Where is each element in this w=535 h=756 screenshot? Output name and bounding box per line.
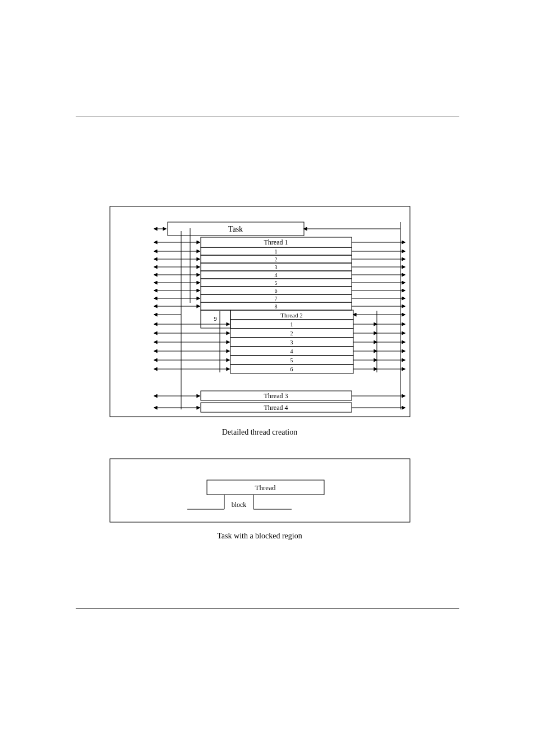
svg-rect-100 [201,403,352,412]
svg-text:2: 2 [290,330,293,336]
svg-text:3: 3 [290,339,293,345]
thread4-label: Thread 4 [264,404,288,412]
figure-thread-creation: Task Thread 1 [110,206,410,436]
svg-text:1: 1 [275,248,278,255]
svg-rect-78 [230,347,353,356]
thread1-title-row: Thread 1 [154,237,405,247]
svg-rect-54 [230,310,353,320]
figure2-caption: Task with a blocked region [217,532,302,540]
svg-rect-96 [201,391,352,400]
svg-rect-39 [201,287,352,294]
svg-text:7: 7 [275,296,278,302]
svg-rect-55 [201,310,230,328]
svg-text:8: 8 [275,303,278,310]
svg-rect-60 [230,320,353,329]
svg-text:2: 2 [275,256,278,262]
figure1-caption: Detailed thread creation [222,428,297,436]
thread2-label: Thread 2 [280,312,302,319]
svg-rect-19 [201,255,352,263]
svg-rect-72 [230,338,353,347]
svg-text:9: 9 [214,316,217,322]
thread3-label: Thread 3 [264,392,288,400]
figure-blocked-region: Thread block Task with a blocked region [110,459,410,540]
svg-rect-84 [230,356,353,365]
svg-text:6: 6 [275,288,278,294]
block-label: block [232,501,247,509]
svg-text:4: 4 [290,348,293,354]
thread1-label: Thread 1 [264,238,288,246]
svg-rect-14 [201,247,352,255]
figures-svg: Task Thread 1 [0,0,535,756]
svg-rect-34 [201,279,352,287]
svg-rect-66 [230,329,353,338]
thread4-row: Thread 4 [154,403,405,412]
thread-label: Thread [255,483,276,492]
svg-text:3: 3 [275,264,278,270]
thread3-row: Thread 3 [154,391,405,400]
svg-rect-24 [201,263,352,271]
svg-rect-9 [201,237,352,247]
page: Task Thread 1 [0,0,535,756]
svg-text:5: 5 [290,357,293,363]
svg-rect-90 [230,365,353,374]
svg-text:5: 5 [275,280,278,286]
svg-rect-29 [201,271,352,279]
task-label: Task [228,225,243,233]
thread2-sub-rows: 1 2 3 4 [154,320,405,374]
footer-rule [76,609,459,609]
svg-rect-0 [110,206,410,417]
svg-text:4: 4 [275,272,278,278]
task-row: Task [154,222,400,236]
header-rule [76,117,459,117]
svg-rect-105 [207,480,324,495]
svg-rect-49 [201,302,352,310]
svg-rect-6 [168,222,304,236]
svg-rect-104 [110,459,410,522]
svg-text:1: 1 [290,321,293,328]
thread1-sub-rows: 1 2 3 4 [154,247,405,310]
svg-rect-44 [201,294,352,302]
svg-text:6: 6 [290,366,293,372]
thread2-title-row: Thread 2 9 [154,310,405,328]
